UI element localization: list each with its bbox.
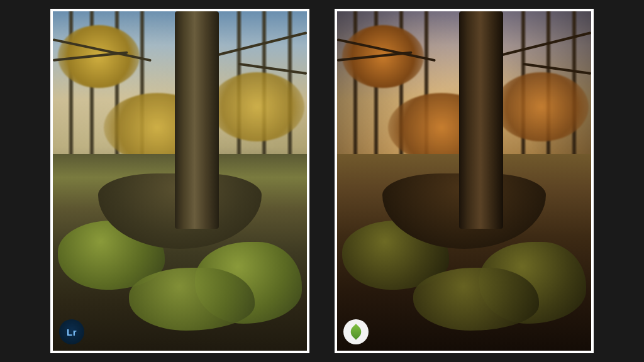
forest-photo-snapseed	[337, 11, 591, 351]
badge-label: Lr	[67, 327, 77, 337]
forest-photo-lightroom	[53, 11, 307, 351]
photo-frame-right	[335, 9, 594, 353]
lightroom-icon: Lr	[59, 319, 84, 344]
leaf-glyph	[348, 324, 364, 339]
photo-frame-left: Lr	[50, 9, 309, 353]
comparison-stage: Lr	[0, 0, 644, 362]
snapseed-leaf-icon	[343, 319, 369, 344]
